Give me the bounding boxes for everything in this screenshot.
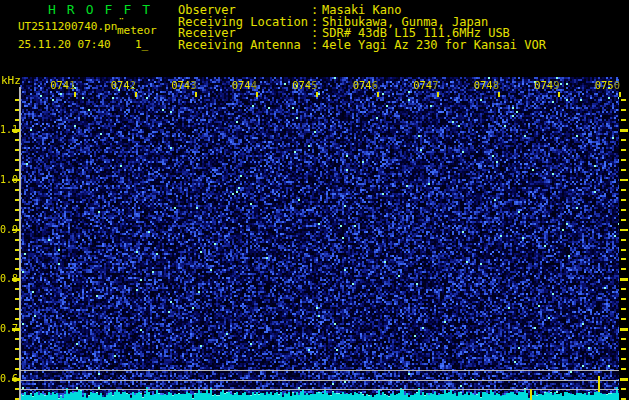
session-label: meteor [117, 24, 157, 37]
time-minute-tick [74, 92, 76, 97]
freq-minor-tick-right [621, 388, 626, 390]
time-label-prefix: 074 [413, 79, 432, 91]
time-tick-label: 0742 [110, 79, 136, 91]
freq-minor-tick-left [15, 109, 20, 111]
freq-axis-line [19, 87, 21, 400]
freq-minor-tick-right [621, 209, 626, 211]
time-label-prefix: 074 [50, 79, 69, 91]
time-label-prefix: 074 [474, 79, 493, 91]
time-tick-label: 0749 [534, 79, 560, 91]
freq-minor-tick-right [621, 278, 626, 280]
freq-minor-tick-right [621, 288, 626, 290]
freq-minor-tick-right [621, 149, 626, 151]
hrofft-window: H R O F F T UT2511200740.pn ¨ meteor 25.… [0, 0, 629, 400]
freq-minor-tick-right [621, 328, 626, 330]
info-separator: : [311, 40, 322, 52]
freq-minor-tick-right [621, 219, 626, 221]
time-minute-tick [135, 92, 137, 97]
freq-minor-tick-right [621, 378, 626, 380]
freq-minor-tick-left [15, 209, 20, 211]
timestamp: 25.11.20 07:40 [18, 38, 111, 51]
freq-minor-tick-left [15, 239, 20, 241]
freq-minor-tick-right [621, 159, 626, 161]
time-label-last-digit: 5 [311, 79, 317, 91]
time-minute-tick [437, 92, 439, 97]
time-label-last-digit: 3 [190, 79, 196, 91]
time-label-prefix: 074 [353, 79, 372, 91]
freq-minor-tick-right [621, 229, 626, 231]
time-tick-label: 0748 [473, 79, 499, 91]
freq-minor-tick-left [15, 358, 20, 360]
freq-minor-tick-left [15, 119, 20, 121]
freq-minor-tick-left [15, 219, 20, 221]
freq-minor-tick-left [15, 368, 20, 370]
time-minute-tick [498, 92, 500, 97]
freq-minor-tick-left [15, 318, 20, 320]
freq-minor-tick-left [15, 278, 20, 280]
time-tick-label: 0747 [413, 79, 439, 91]
time-label-last-digit: 2 [130, 79, 136, 91]
time-minute-tick [619, 92, 621, 97]
time-label-prefix: 074 [232, 79, 251, 91]
peak-marker [598, 376, 600, 392]
time-label-last-digit: 4 [251, 79, 257, 91]
freq-minor-tick-right [621, 368, 626, 370]
time-tick-label: 0743 [171, 79, 197, 91]
freq-minor-tick-left [15, 149, 20, 151]
freq-minor-tick-right [621, 318, 626, 320]
freq-minor-tick-left [15, 189, 20, 191]
freq-minor-tick-left [15, 258, 20, 260]
time-label-last-digit: 9 [553, 79, 559, 91]
time-minute-tick [256, 92, 258, 97]
freq-minor-tick-left [15, 139, 20, 141]
freq-minor-tick-right [621, 129, 626, 131]
time-minute-tick [377, 92, 379, 97]
freq-minor-tick-right [621, 268, 626, 270]
freq-minor-tick-left [15, 288, 20, 290]
time-tick-label: 0750 [594, 79, 620, 91]
app-title: H R O F F T [48, 2, 152, 17]
freq-minor-tick-right [621, 348, 626, 350]
time-label-last-digit: 8 [493, 79, 499, 91]
freq-minor-tick-left [15, 388, 20, 390]
time-tick-label: 0746 [352, 79, 378, 91]
freq-minor-tick-left [15, 298, 20, 300]
time-label-last-digit: 0 [614, 79, 620, 91]
time-label-last-digit: 7 [432, 79, 438, 91]
spectrogram-canvas [20, 77, 619, 400]
freq-minor-tick-left [15, 378, 20, 380]
info-label: Receiving Antenna [178, 40, 311, 52]
image-counter: 1_ [135, 38, 148, 51]
time-label-last-digit: 1 [69, 79, 75, 91]
reference-line-middle [20, 380, 619, 381]
freq-minor-tick-right [621, 338, 626, 340]
freq-minor-tick-right [621, 308, 626, 310]
station-info-row: Receiving Antenna:4ele Yagi Az 230 for K… [178, 40, 546, 52]
freq-minor-tick-left [15, 129, 20, 131]
freq-minor-tick-right [621, 258, 626, 260]
station-info: Observer:Masaki KanoReceiving Location:S… [178, 5, 546, 52]
freq-minor-tick-right [621, 139, 626, 141]
freq-minor-tick-left [15, 179, 20, 181]
freq-minor-tick-left [15, 229, 20, 231]
freq-minor-tick-left [15, 199, 20, 201]
time-tick-label: 0741 [50, 79, 76, 91]
freq-minor-tick-left [15, 328, 20, 330]
freq-minor-tick-left [15, 268, 20, 270]
reference-line-upper [20, 370, 619, 371]
freq-minor-tick-right [621, 358, 626, 360]
freq-minor-tick-right [621, 239, 626, 241]
freq-minor-tick-right [621, 249, 626, 251]
time-label-prefix: 074 [292, 79, 311, 91]
freq-minor-tick-left [15, 99, 20, 101]
freq-minor-tick-right [621, 189, 626, 191]
time-minute-tick [195, 92, 197, 97]
time-label-prefix: 074 [111, 79, 130, 91]
freq-minor-tick-left [15, 249, 20, 251]
freq-minor-tick-right [621, 169, 626, 171]
time-label-prefix: 074 [171, 79, 190, 91]
time-label-last-digit: 6 [372, 79, 378, 91]
freq-minor-tick-right [621, 99, 626, 101]
freq-minor-tick-left [15, 348, 20, 350]
time-tick-label: 0745 [292, 79, 318, 91]
